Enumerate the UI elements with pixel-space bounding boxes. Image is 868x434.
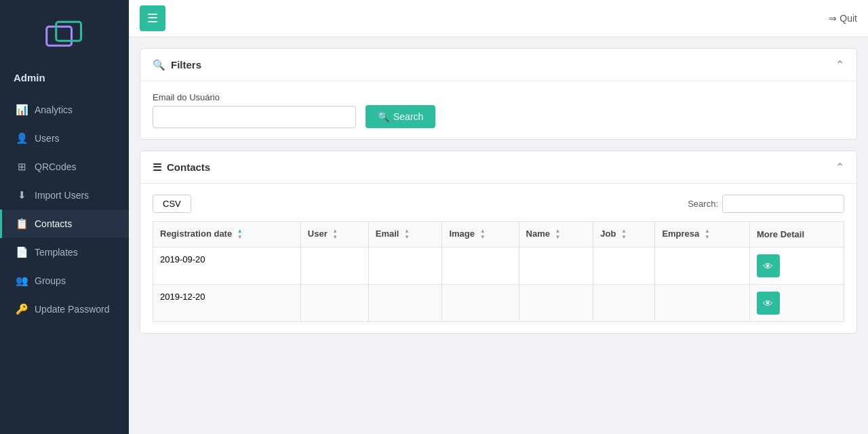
- sort-arrows-registration: ▲ ▼: [237, 229, 243, 240]
- detail-button-1[interactable]: 👁: [757, 254, 780, 277]
- cell-name: [519, 248, 593, 285]
- cell-job: [593, 285, 655, 322]
- table-header: Registration date ▲ ▼ User ▲ ▼: [153, 222, 844, 248]
- csv-button[interactable]: CSV: [153, 195, 191, 213]
- cell-registration-date: 2019-09-20: [153, 248, 301, 285]
- menu-button[interactable]: ☰: [140, 5, 165, 31]
- sidebar-item-qrcodes[interactable]: ⊞ QRCodes: [0, 153, 129, 181]
- sidebar-item-users[interactable]: 👤 Users: [0, 124, 129, 153]
- sidebar-item-label: Update Password: [35, 304, 110, 315]
- filters-panel: 🔍 Filters ⌃ Email do Usuário 🔍 Search: [140, 48, 857, 140]
- sidebar-item-label: Contacts: [35, 218, 72, 229]
- svg-rect-0: [47, 26, 72, 45]
- sort-arrows-image: ▲ ▼: [480, 229, 486, 240]
- quit-icon: ⇒: [829, 13, 837, 24]
- sidebar-item-templates[interactable]: 📄 Templates: [0, 238, 129, 267]
- cell-name: [519, 285, 593, 322]
- sidebar-item-label: Analytics: [35, 104, 73, 115]
- col-job[interactable]: Job ▲ ▼: [593, 222, 655, 248]
- templates-icon: 📄: [16, 246, 28, 258]
- email-filter-label: Email do Usuário: [153, 92, 356, 102]
- main-content: ☰ ⇒ Quit 🔍 Filters ⌃ Email do Usuário: [129, 0, 868, 434]
- quit-button[interactable]: ⇒ Quit: [829, 13, 857, 24]
- col-user[interactable]: User ▲ ▼: [300, 222, 368, 248]
- sidebar-item-contacts[interactable]: 📋 Contacts: [0, 210, 129, 238]
- sidebar: Admin 📊 Analytics 👤 Users ⊞ QRCodes ⬇ Im…: [0, 0, 129, 434]
- quit-label: Quit: [840, 13, 857, 24]
- sidebar-item-groups[interactable]: 👥 Groups: [0, 267, 129, 295]
- sidebar-item-label: Templates: [35, 247, 78, 258]
- sort-arrows-job: ▲ ▼: [621, 229, 627, 240]
- users-icon: 👤: [16, 132, 28, 144]
- contacts-panel-body: CSV Search: Registration date ▲: [140, 184, 856, 333]
- table-row: 2019-09-20 👁: [153, 248, 844, 285]
- filters-collapse-button[interactable]: ⌃: [835, 58, 844, 71]
- filters-title: 🔍 Filters: [153, 59, 201, 71]
- col-registration-date[interactable]: Registration date ▲ ▼: [153, 222, 301, 248]
- analytics-icon: 📊: [16, 104, 28, 116]
- email-filter-input[interactable]: [153, 106, 356, 128]
- cell-email: [368, 285, 442, 322]
- sort-arrows-email: ▲ ▼: [404, 229, 410, 240]
- cell-image: [442, 248, 519, 285]
- sidebar-item-label: Users: [35, 133, 60, 144]
- col-name[interactable]: Name ▲ ▼: [519, 222, 593, 248]
- table-row: 2019-12-20 👁: [153, 285, 844, 322]
- sort-arrows-user: ▲ ▼: [332, 229, 338, 240]
- sort-arrows-name: ▲ ▼: [555, 229, 561, 240]
- cell-user: [300, 248, 368, 285]
- sidebar-item-label: Groups: [35, 275, 66, 286]
- qrcodes-icon: ⊞: [16, 161, 28, 173]
- hamburger-icon: ☰: [147, 11, 158, 26]
- cell-empresa: [655, 248, 750, 285]
- contacts-table: Registration date ▲ ▼ User ▲ ▼: [153, 221, 844, 322]
- cell-email: [368, 248, 442, 285]
- email-filter-field: Email do Usuário: [153, 92, 356, 128]
- col-email[interactable]: Email ▲ ▼: [368, 222, 442, 248]
- cell-detail: 👁: [749, 285, 844, 322]
- cell-detail: 👁: [749, 248, 844, 285]
- topbar: ☰ ⇒ Quit: [129, 0, 868, 37]
- contacts-collapse-button[interactable]: ⌃: [835, 161, 844, 174]
- sidebar-item-import-users[interactable]: ⬇ Import Users: [0, 181, 129, 210]
- filters-panel-header: 🔍 Filters ⌃: [140, 49, 856, 81]
- cell-job: [593, 248, 655, 285]
- contacts-icon: 📋: [16, 218, 28, 230]
- contacts-panel: ☰ Contacts ⌃ CSV Search:: [140, 151, 857, 334]
- contacts-panel-header: ☰ Contacts ⌃: [140, 151, 856, 184]
- table-search: Search:: [688, 195, 844, 213]
- filters-panel-body: Email do Usuário 🔍 Search: [140, 81, 856, 139]
- key-icon: 🔑: [16, 303, 28, 315]
- sidebar-item-update-password[interactable]: 🔑 Update Password: [0, 295, 129, 323]
- sidebar-item-analytics[interactable]: 📊 Analytics: [0, 96, 129, 124]
- admin-label: Admin: [0, 68, 129, 96]
- list-icon: ☰: [153, 161, 161, 174]
- search-button[interactable]: 🔍 Search: [366, 105, 435, 128]
- content-area: 🔍 Filters ⌃ Email do Usuário 🔍 Search: [129, 37, 868, 344]
- filter-row: Email do Usuário 🔍 Search: [153, 92, 844, 128]
- cell-empresa: [655, 285, 750, 322]
- cell-image: [442, 285, 519, 322]
- table-search-label: Search:: [688, 199, 718, 209]
- contacts-title: ☰ Contacts: [153, 161, 210, 174]
- table-search-input[interactable]: [722, 195, 844, 213]
- eye-icon: 👁: [763, 260, 773, 272]
- svg-rect-1: [56, 22, 81, 41]
- sidebar-item-label: QRCodes: [35, 161, 76, 172]
- table-body: 2019-09-20 👁: [153, 248, 844, 322]
- header-row: Registration date ▲ ▼ User ▲ ▼: [153, 222, 844, 248]
- logo-area: [0, 0, 129, 68]
- col-image[interactable]: Image ▲ ▼: [442, 222, 519, 248]
- col-empresa[interactable]: Empresa ▲ ▼: [655, 222, 750, 248]
- detail-button-2[interactable]: 👁: [757, 292, 780, 315]
- table-toolbar: CSV Search:: [153, 195, 844, 213]
- search-icon: 🔍: [378, 111, 389, 122]
- cell-user: [300, 285, 368, 322]
- logo-icon: [41, 14, 88, 61]
- filter-icon: 🔍: [153, 59, 165, 71]
- sidebar-item-label: Import Users: [35, 190, 89, 201]
- cell-registration-date: 2019-12-20: [153, 285, 301, 322]
- groups-icon: 👥: [16, 275, 28, 287]
- import-icon: ⬇: [16, 189, 28, 201]
- col-more-detail: More Detail: [749, 222, 844, 248]
